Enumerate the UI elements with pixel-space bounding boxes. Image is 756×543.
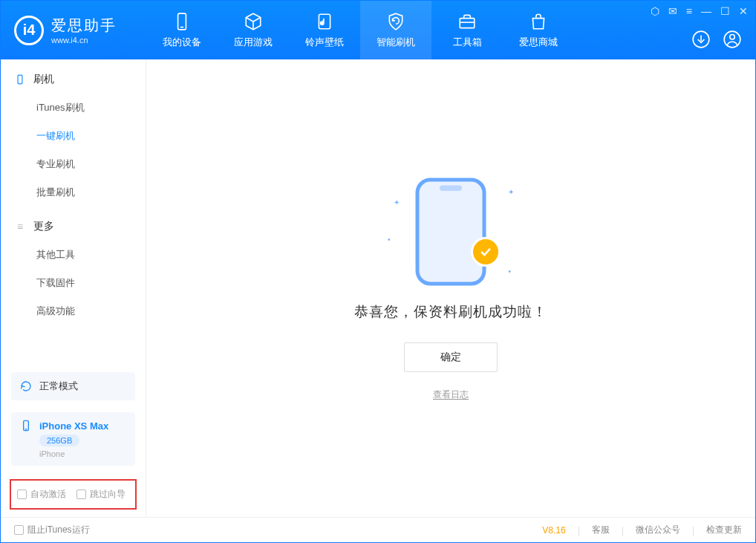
- device-capacity: 256GB: [39, 435, 79, 446]
- checkbox-auto-activate[interactable]: 自动激活: [17, 488, 66, 501]
- version-label: V8.16: [542, 525, 565, 536]
- logo-icon: i4: [14, 16, 44, 45]
- shield-refresh-icon: [386, 12, 405, 31]
- minimize-button[interactable]: —: [701, 5, 711, 17]
- checkbox-label: 阻止iTunes运行: [27, 524, 90, 536]
- logo: i4 爱思助手 www.i4.cn: [1, 16, 146, 45]
- nav-tab-apps[interactable]: 应用游戏: [218, 1, 289, 59]
- nav-tabs: 我的设备 应用游戏 铃声壁纸 智能刷机 工具箱 爱思商城: [146, 1, 574, 59]
- nav-label: 爱思商城: [519, 36, 558, 49]
- success-illustration: ✦ • ✦ •: [388, 176, 514, 280]
- sidebar-item-advanced[interactable]: 高级功能: [1, 297, 146, 325]
- mode-card[interactable]: 正常模式: [11, 372, 135, 400]
- svg-rect-8: [18, 75, 22, 84]
- close-button[interactable]: ✕: [739, 5, 748, 17]
- phone-outline-icon: [414, 176, 488, 287]
- checkbox-icon: [76, 490, 86, 499]
- mode-label: 正常模式: [39, 380, 78, 393]
- checkbox-icon: [14, 525, 24, 535]
- sidebar-item-oneclick[interactable]: 一键刷机: [1, 122, 146, 150]
- app-url: www.i4.cn: [51, 36, 117, 45]
- nav-label: 智能刷机: [377, 36, 415, 49]
- divider: |: [622, 525, 624, 536]
- divider: |: [692, 525, 694, 536]
- toolbox-icon: [457, 12, 477, 31]
- sidebar-item-itunes[interactable]: iTunes刷机: [1, 94, 146, 122]
- footer-link-wechat[interactable]: 微信公众号: [636, 524, 680, 536]
- download-icon[interactable]: [691, 30, 711, 49]
- maximize-button[interactable]: ☐: [720, 5, 730, 17]
- menu-icon[interactable]: ≡: [686, 5, 692, 17]
- sidebar-item-firmware[interactable]: 下载固件: [1, 269, 146, 297]
- nav-tab-flash[interactable]: 智能刷机: [360, 1, 431, 59]
- nav-label: 我的设备: [163, 36, 201, 49]
- sidebar-item-othertools[interactable]: 其他工具: [1, 241, 146, 269]
- list-icon: ≡: [14, 221, 26, 233]
- refresh-icon: [20, 380, 32, 392]
- success-message: 恭喜您，保资料刷机成功啦！: [354, 302, 547, 322]
- checkbox-label: 跳过向导: [90, 488, 126, 501]
- note-icon: [315, 12, 334, 31]
- divider: |: [578, 525, 580, 536]
- device-name: iPhone XS Max: [39, 420, 108, 432]
- footer-link-support[interactable]: 客服: [592, 524, 610, 536]
- view-log-link[interactable]: 查看日志: [433, 388, 469, 401]
- checkbox-icon: [17, 490, 27, 499]
- app-body: 刷机 iTunes刷机 一键刷机 专业刷机 批量刷机 ≡ 更多 其他工具 下载固…: [1, 59, 755, 517]
- sidebar-item-batch[interactable]: 批量刷机: [1, 178, 146, 207]
- sparkle-icon: •: [508, 267, 511, 276]
- header-action-icons: [691, 30, 742, 49]
- sidebar-item-pro[interactable]: 专业刷机: [1, 150, 146, 178]
- phone-small-icon: [14, 74, 26, 85]
- svg-rect-3: [460, 18, 475, 27]
- footer-link-update[interactable]: 检查更新: [706, 524, 742, 536]
- device-icon: [20, 420, 32, 432]
- svg-rect-12: [440, 185, 462, 191]
- sidebar-group-label: 更多: [33, 220, 54, 233]
- nav-label: 铃声壁纸: [305, 36, 344, 49]
- nav-label: 应用游戏: [234, 36, 273, 49]
- window-controls: ⬡ ✉ ≡ — ☐ ✕: [651, 5, 748, 17]
- sparkle-icon: ✦: [394, 198, 400, 207]
- checkbox-skip-guide[interactable]: 跳过向导: [76, 488, 126, 501]
- sidebar-group-flash: 刷机: [1, 59, 146, 94]
- bag-icon: [529, 12, 548, 31]
- device-type: iPhone: [39, 449, 65, 458]
- sparkle-icon: •: [388, 235, 391, 244]
- ok-button[interactable]: 确定: [404, 342, 498, 372]
- check-badge-icon: [471, 237, 501, 267]
- device-card[interactable]: iPhone XS Max 256GB iPhone: [11, 412, 135, 466]
- app-name: 爱思助手: [51, 16, 117, 36]
- status-bar: 阻止iTunes运行 V8.16 | 客服 | 微信公众号 | 检查更新: [1, 517, 755, 542]
- sidebar: 刷机 iTunes刷机 一键刷机 专业刷机 批量刷机 ≡ 更多 其他工具 下载固…: [1, 59, 146, 517]
- options-highlight-box: 自动激活 跳过向导: [10, 479, 137, 510]
- app-header: i4 爱思助手 www.i4.cn 我的设备 应用游戏 铃声壁纸 智能刷机 工具…: [1, 1, 755, 59]
- nav-tab-device[interactable]: 我的设备: [146, 1, 218, 59]
- sidebar-group-more: ≡ 更多: [1, 207, 146, 241]
- checkbox-label: 自动激活: [30, 488, 66, 501]
- cube-icon: [244, 12, 263, 31]
- nav-tab-store[interactable]: 爱思商城: [503, 1, 574, 59]
- main-content: ✦ • ✦ • 恭喜您，保资料刷机成功啦！ 确定 查看日志: [146, 59, 755, 517]
- user-icon[interactable]: [723, 30, 742, 49]
- nav-tab-media[interactable]: 铃声壁纸: [289, 1, 360, 59]
- nav-label: 工具箱: [453, 36, 482, 49]
- shirt-icon[interactable]: ⬡: [651, 5, 659, 17]
- sparkle-icon: ✦: [508, 188, 514, 196]
- sidebar-group-label: 刷机: [33, 73, 54, 86]
- nav-tab-tools[interactable]: 工具箱: [431, 1, 503, 59]
- checkbox-block-itunes[interactable]: 阻止iTunes运行: [14, 524, 90, 536]
- svg-rect-11: [417, 180, 484, 284]
- phone-icon: [172, 12, 192, 31]
- svg-point-7: [730, 35, 735, 40]
- feedback-icon[interactable]: ✉: [668, 5, 677, 17]
